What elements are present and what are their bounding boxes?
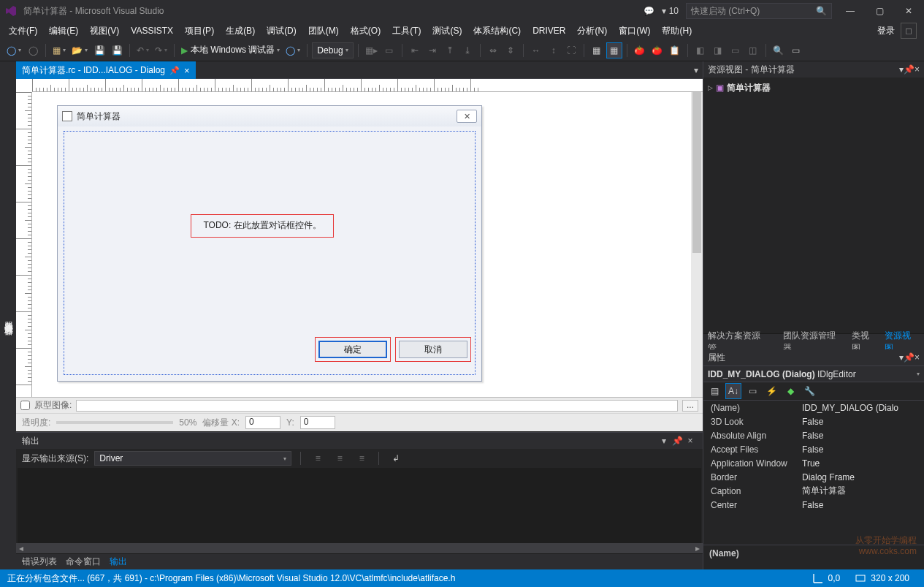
va-ref-icon[interactable]: ▭ xyxy=(788,42,804,58)
canvas-scrollbar[interactable] xyxy=(691,92,703,397)
tab-overflow-icon[interactable]: ▾ xyxy=(694,65,698,75)
props-close-icon[interactable]: × xyxy=(915,352,920,363)
user-avatar-icon[interactable]: ◻ xyxy=(901,23,917,39)
props-object-combo[interactable]: IDD_MY_DIALOG (Dialog) IDlgEditor ▾ xyxy=(703,366,924,382)
menu-project[interactable]: 项目(P) xyxy=(179,23,220,39)
design-canvas[interactable]: 简单计算器 ✕ TODO: 在此放置对话框控件。 确定 取消 xyxy=(32,92,703,397)
maximize-button[interactable]: ▢ xyxy=(868,2,890,20)
menu-team[interactable]: 团队(M) xyxy=(302,23,345,39)
minimize-button[interactable]: — xyxy=(839,2,861,20)
overrides-icon[interactable]: ◆ xyxy=(782,383,798,399)
properties-grid[interactable]: (Name)IDD_MY_DIALOG (Dialo3D LookFalseAb… xyxy=(703,401,924,545)
property-value[interactable]: False xyxy=(802,431,924,441)
va-icon-3[interactable]: 📋 xyxy=(667,42,683,58)
tree-root-node[interactable]: ▷ ▣ 简单计算器 xyxy=(708,80,920,95)
menu-view[interactable]: 视图(V) xyxy=(84,23,125,39)
resview-close-icon[interactable]: × xyxy=(915,64,920,75)
new-project-button[interactable]: ▦▾ xyxy=(50,42,68,58)
menu-test[interactable]: 测试(S) xyxy=(427,23,467,39)
va-icon-2[interactable]: 🍅 xyxy=(649,42,665,58)
menu-help[interactable]: 帮助(H) xyxy=(656,23,698,39)
property-row[interactable]: Absolute AlignFalse xyxy=(703,428,924,442)
property-value[interactable]: IDD_MY_DIALOG (Dialo xyxy=(802,403,924,413)
output-source-combo[interactable]: Driver▾ xyxy=(94,451,291,466)
toggle-grid-icon[interactable]: ▦ xyxy=(589,42,605,58)
property-value[interactable]: False xyxy=(802,417,924,427)
menu-analyze[interactable]: 分析(N) xyxy=(571,23,613,39)
menu-vassistx[interactable]: VASSISTX xyxy=(125,23,179,38)
property-value[interactable]: Dialog Frame xyxy=(802,472,924,482)
active-document-tab[interactable]: 简单计算器.rc - IDD...IALOG - Dialog 📌 × xyxy=(16,61,196,79)
opacity-value: 50% xyxy=(179,417,196,428)
tab-error-list[interactable]: 错误列表 xyxy=(22,556,57,568)
debug-target-dropdown[interactable]: ◯▾ xyxy=(283,42,302,58)
start-debug-button[interactable]: ▶本地 Windows 调试器▾ xyxy=(179,42,282,58)
opacity-slider[interactable] xyxy=(56,421,173,424)
save-all-button[interactable]: 💾 xyxy=(109,42,125,58)
output-text-area[interactable] xyxy=(18,468,701,543)
nav-back-button[interactable]: ◯▾ xyxy=(4,42,23,58)
property-row[interactable]: CenterFalse xyxy=(703,498,924,512)
menu-format[interactable]: 格式(O) xyxy=(345,23,386,39)
dialog-preview[interactable]: 简单计算器 ✕ TODO: 在此放置对话框控件。 确定 取消 xyxy=(57,105,482,382)
offset-x-input[interactable]: 0 xyxy=(245,416,280,429)
sign-in-link[interactable]: 登录 xyxy=(877,25,895,37)
cancel-button-selection[interactable]: 取消 xyxy=(395,337,471,362)
config-combo[interactable]: Debug▾ xyxy=(312,42,353,58)
save-button[interactable]: 💾 xyxy=(91,42,107,58)
panel-close-icon[interactable]: × xyxy=(684,436,697,446)
panel-pin-icon[interactable]: 📌 xyxy=(671,436,684,446)
tab-command-window[interactable]: 命令窗口 xyxy=(66,556,101,568)
menu-tools[interactable]: 工具(T) xyxy=(386,23,427,39)
open-file-button[interactable]: 📂▾ xyxy=(69,42,90,58)
property-value[interactable]: 简单计算器 xyxy=(802,485,924,497)
va-find-icon[interactable]: 🔍 xyxy=(771,42,787,58)
cancel-button[interactable]: 取消 xyxy=(399,341,467,358)
menu-driver[interactable]: DRIVER xyxy=(527,23,571,38)
panel-position-icon[interactable]: ▾ xyxy=(657,436,671,446)
output-hscroll[interactable]: ◂▸ xyxy=(16,543,703,553)
menu-window[interactable]: 窗口(W) xyxy=(613,23,656,39)
dialog-close-icon[interactable]: ✕ xyxy=(457,110,477,123)
resource-view-tree[interactable]: ▷ ▣ 简单计算器 xyxy=(703,77,924,333)
menu-architecture[interactable]: 体系结构(C) xyxy=(467,23,527,39)
ok-button[interactable]: 确定 xyxy=(318,341,387,358)
prototype-path-input[interactable] xyxy=(76,400,678,412)
property-row[interactable]: Caption简单计算器 xyxy=(703,484,924,498)
tab-output[interactable]: 输出 xyxy=(110,556,127,568)
property-row[interactable]: BorderDialog Frame xyxy=(703,470,924,484)
events-icon[interactable]: ⚡ xyxy=(763,383,779,399)
messages-icon[interactable]: ▭ xyxy=(744,383,760,399)
todo-static-text[interactable]: TODO: 在此放置对话框控件。 xyxy=(191,214,334,238)
menu-edit[interactable]: 编辑(E) xyxy=(43,23,84,39)
alphabetical-icon[interactable]: A↓ xyxy=(725,383,741,399)
property-value[interactable]: True xyxy=(802,458,924,469)
pin-icon[interactable]: 📌 xyxy=(169,66,180,75)
property-value[interactable]: False xyxy=(802,444,924,455)
categorized-icon[interactable]: ▤ xyxy=(706,383,722,399)
resview-pin-icon[interactable]: 📌 xyxy=(904,64,915,75)
output-wrap-icon[interactable]: ↲ xyxy=(388,450,404,466)
prototype-browse-button[interactable]: ... xyxy=(682,400,698,412)
property-value[interactable]: False xyxy=(802,500,924,510)
offset-y-input[interactable]: 0 xyxy=(300,416,335,429)
feedback-icon[interactable]: 💬 xyxy=(644,6,654,16)
server-explorer-tab[interactable]: 服务器资源管理器 xyxy=(1,311,16,323)
props-pin-icon[interactable]: 📌 xyxy=(904,352,915,363)
property-row[interactable]: 3D LookFalse xyxy=(703,414,924,428)
menu-build[interactable]: 生成(B) xyxy=(220,23,261,39)
prototype-checkbox[interactable] xyxy=(20,401,30,410)
close-tab-icon[interactable]: × xyxy=(184,65,190,76)
property-row[interactable]: (Name)IDD_MY_DIALOG (Dialo xyxy=(703,401,924,414)
ok-button-selection[interactable]: 确定 xyxy=(315,337,391,362)
property-row[interactable]: Accept FilesFalse xyxy=(703,442,924,456)
quick-launch-input[interactable]: 快速启动 (Ctrl+Q) 🔍 xyxy=(686,3,832,19)
toggle-guides-icon[interactable]: ▦ xyxy=(606,42,622,58)
menu-file[interactable]: 文件(F) xyxy=(3,23,43,39)
menu-debug[interactable]: 调试(D) xyxy=(261,23,302,39)
expand-icon[interactable]: ▷ xyxy=(708,84,713,91)
notifications-icon[interactable]: ▾ 10 xyxy=(662,6,679,16)
va-icon-1[interactable]: 🍅 xyxy=(632,42,648,58)
close-button[interactable]: ✕ xyxy=(898,2,920,20)
property-row[interactable]: Application WindowTrue xyxy=(703,456,924,470)
